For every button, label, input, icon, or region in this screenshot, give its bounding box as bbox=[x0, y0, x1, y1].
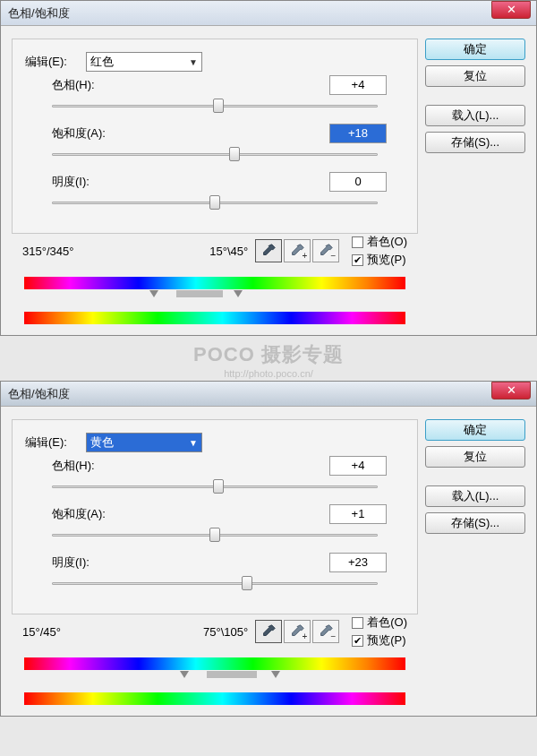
degree-range-right: 75°\105° bbox=[149, 625, 248, 639]
hue-slider[interactable] bbox=[52, 479, 378, 495]
controls-group: 编辑(E): 红色 ▼ 色相(H): +4 饱和度(A): +18 bbox=[12, 39, 418, 234]
edit-label: 编辑(E): bbox=[25, 434, 79, 451]
minus-icon: − bbox=[330, 631, 336, 641]
reset-button[interactable]: 复位 bbox=[425, 65, 525, 87]
ok-button[interactable]: 确定 bbox=[425, 419, 525, 441]
window-title: 色相/饱和度 bbox=[8, 386, 70, 402]
degree-range-left: 15°/45° bbox=[22, 625, 121, 639]
preview-label: 预览(P) bbox=[367, 632, 405, 649]
saturation-input[interactable]: +1 bbox=[329, 504, 387, 524]
hue-input[interactable]: +4 bbox=[329, 456, 387, 476]
close-button[interactable]: ✕ bbox=[491, 382, 531, 399]
lightness-input[interactable]: +23 bbox=[329, 553, 387, 572]
load-button[interactable]: 载入(L)... bbox=[425, 485, 525, 507]
edit-dropdown[interactable]: 红色 ▼ bbox=[86, 52, 202, 72]
close-icon: ✕ bbox=[507, 383, 516, 397]
edit-label: 编辑(E): bbox=[25, 54, 79, 70]
saturation-slider[interactable] bbox=[52, 147, 378, 163]
close-icon: ✕ bbox=[507, 3, 516, 16]
hue-range-indicator[interactable] bbox=[24, 290, 405, 306]
titlebar[interactable]: 色相/饱和度 ✕ bbox=[1, 1, 536, 26]
output-spectrum bbox=[24, 312, 405, 324]
eyedropper-subtract-tool[interactable]: − bbox=[312, 239, 339, 262]
lightness-label: 明度(I): bbox=[25, 174, 106, 190]
colorize-label: 着色(O) bbox=[367, 614, 407, 631]
saturation-label: 饱和度(A): bbox=[25, 125, 106, 142]
close-button[interactable]: ✕ bbox=[491, 1, 531, 19]
chevron-down-icon: ▼ bbox=[189, 438, 198, 448]
eyedropper-icon bbox=[260, 243, 277, 259]
window-title: 色相/饱和度 bbox=[8, 5, 70, 21]
edit-value: 黄色 bbox=[90, 434, 114, 451]
lightness-slider[interactable] bbox=[52, 576, 378, 592]
chevron-down-icon: ▼ bbox=[189, 57, 198, 67]
eyedropper-add-tool[interactable]: + bbox=[284, 620, 311, 643]
eyedropper-subtract-tool[interactable]: − bbox=[312, 620, 339, 643]
save-button[interactable]: 存储(S)... bbox=[425, 512, 525, 534]
minus-icon: − bbox=[330, 251, 336, 261]
degree-range-right: 15°\45° bbox=[149, 245, 248, 258]
save-button[interactable]: 存储(S)... bbox=[425, 132, 525, 153]
saturation-slider[interactable] bbox=[52, 528, 378, 544]
eyedropper-group: + − bbox=[255, 620, 339, 643]
lightness-slider[interactable] bbox=[52, 195, 378, 211]
eyedropper-tool[interactable] bbox=[255, 239, 282, 262]
titlebar[interactable]: 色相/饱和度 ✕ bbox=[1, 382, 536, 407]
colorize-label: 着色(O) bbox=[367, 234, 407, 250]
output-spectrum bbox=[24, 692, 405, 705]
controls-group: 编辑(E): 黄色 ▼ 色相(H): +4 饱和度(A): +1 bbox=[12, 419, 418, 614]
eyedropper-group: + − bbox=[255, 239, 339, 262]
hue-label: 色相(H): bbox=[25, 458, 106, 474]
hue-input[interactable]: +4 bbox=[329, 75, 387, 95]
colorize-checkbox[interactable] bbox=[352, 617, 363, 629]
plus-icon: + bbox=[302, 251, 307, 261]
edit-value: 红色 bbox=[90, 54, 114, 70]
saturation-input[interactable]: +18 bbox=[329, 124, 387, 143]
preview-checkbox[interactable]: ✔ bbox=[352, 635, 363, 647]
watermark-title: POCO 摄影专题 bbox=[0, 341, 537, 368]
input-spectrum bbox=[24, 657, 405, 670]
plus-icon: + bbox=[302, 631, 307, 641]
watermark: POCO 摄影专题 http://photo.poco.cn/ bbox=[0, 336, 537, 381]
reset-button[interactable]: 复位 bbox=[425, 446, 525, 468]
edit-dropdown[interactable]: 黄色 ▼ bbox=[86, 433, 202, 452]
hue-slider[interactable] bbox=[52, 99, 378, 115]
lightness-input[interactable]: 0 bbox=[329, 172, 387, 192]
hue-sat-dialog-1: 色相/饱和度 ✕ 编辑(E): 红色 ▼ 色相(H): +4 bbox=[0, 0, 537, 336]
preview-label: 预览(P) bbox=[367, 252, 405, 268]
degree-range-left: 315°/345° bbox=[22, 245, 121, 258]
hue-label: 色相(H): bbox=[25, 77, 106, 93]
ok-button[interactable]: 确定 bbox=[425, 39, 525, 60]
saturation-label: 饱和度(A): bbox=[25, 506, 106, 522]
eyedropper-add-tool[interactable]: + bbox=[284, 239, 311, 262]
eyedropper-icon bbox=[260, 623, 277, 640]
watermark-url: http://photo.poco.cn/ bbox=[0, 368, 537, 379]
hue-range-indicator[interactable] bbox=[24, 671, 405, 687]
eyedropper-tool[interactable] bbox=[255, 620, 282, 643]
preview-checkbox[interactable]: ✔ bbox=[352, 254, 363, 266]
colorize-checkbox[interactable] bbox=[352, 236, 363, 248]
input-spectrum bbox=[24, 277, 405, 289]
hue-sat-dialog-2: 色相/饱和度 ✕ 编辑(E): 黄色 ▼ 色相(H): +4 bbox=[0, 381, 537, 717]
load-button[interactable]: 载入(L)... bbox=[425, 105, 525, 126]
lightness-label: 明度(I): bbox=[25, 554, 106, 571]
